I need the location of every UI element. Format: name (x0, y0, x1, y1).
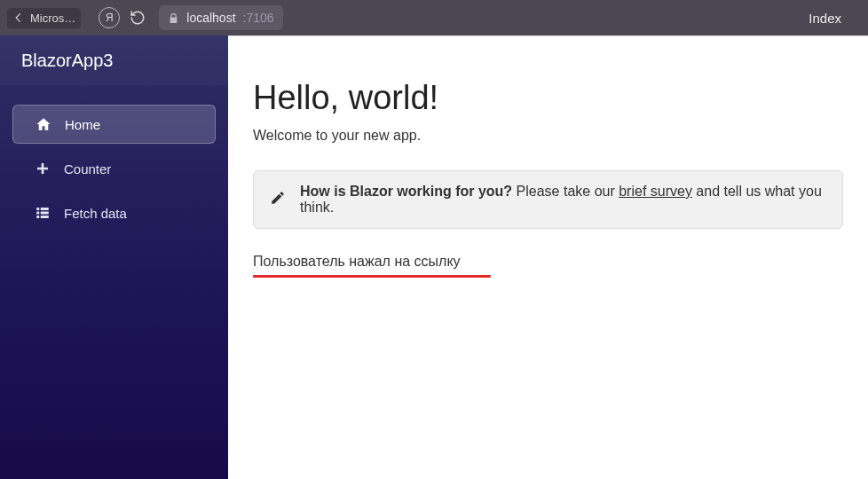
list-icon (34, 204, 51, 222)
address-host: localhost (186, 11, 235, 25)
sidebar-item-label: Fetch data (64, 206, 127, 221)
svg-rect-5 (41, 216, 49, 218)
back-arrow-icon (12, 12, 25, 24)
svg-rect-1 (41, 208, 49, 210)
browser-chrome: Micros… Я localhost:7106 Index (0, 0, 868, 35)
sidebar-item-fetch-data[interactable]: Fetch data (12, 193, 216, 232)
sidebar: BlazorApp3 Home Counter Fetch data (0, 35, 228, 479)
click-message-wrap: Пользователь нажал на ссылку (253, 254, 843, 278)
page-label: Index (809, 11, 861, 26)
survey-bold: How is Blazor working for you? (300, 184, 512, 199)
click-message: Пользователь нажал на ссылку (253, 254, 461, 270)
home-icon (35, 115, 52, 133)
reload-icon (130, 10, 146, 26)
app-brand: BlazorApp3 (0, 35, 228, 85)
page-title: Hello, world! (253, 79, 843, 117)
svg-rect-0 (36, 208, 39, 210)
sidebar-item-counter[interactable]: Counter (12, 149, 216, 188)
menu-button[interactable]: Я (99, 7, 120, 28)
svg-rect-4 (36, 216, 39, 218)
survey-text: How is Blazor working for you? Please ta… (300, 184, 826, 216)
annotation-underline (253, 275, 491, 278)
survey-banner: How is Blazor working for you? Please ta… (253, 170, 843, 229)
tab-title: Micros… (30, 12, 75, 25)
plus-icon (34, 160, 51, 177)
survey-link[interactable]: brief survey (619, 184, 692, 199)
welcome-text: Welcome to your new app. (253, 128, 843, 144)
browser-tab[interactable]: Micros… (7, 8, 81, 28)
pencil-icon (270, 190, 286, 209)
sidebar-item-label: Home (65, 117, 100, 132)
svg-rect-2 (36, 212, 39, 215)
reload-button[interactable] (125, 5, 150, 30)
app-shell: BlazorApp3 Home Counter Fetch data (0, 35, 868, 479)
lock-icon (168, 12, 179, 24)
address-bar[interactable]: localhost:7106 (159, 5, 282, 30)
sidebar-item-label: Counter (64, 161, 111, 177)
menu-glyph-icon: Я (106, 12, 114, 24)
main-content: Hello, world! Welcome to your new app. H… (228, 35, 868, 479)
address-port: :7106 (243, 11, 274, 25)
nav: Home Counter Fetch data (0, 85, 228, 238)
sidebar-item-home[interactable]: Home (12, 105, 216, 144)
svg-rect-3 (41, 212, 49, 215)
survey-before: Please take our (512, 184, 619, 199)
